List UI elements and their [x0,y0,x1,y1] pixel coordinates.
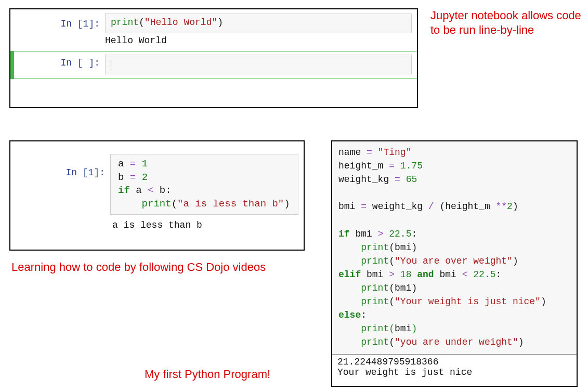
code-token-fn: print [361,242,389,253]
code-input-area[interactable]: print("Hello World") [105,14,412,33]
code-token-string: "a is less than b" [177,198,284,210]
code-token: ) [518,337,524,347]
code-token-fn: print [361,337,389,347]
code-token-string: "you are under weight" [395,337,518,347]
annotation-mid-left: Learning how to code by following CS Doj… [11,260,303,275]
code-token: ( [389,256,395,266]
code-token-string: "Hello World" [145,17,217,28]
code-indent [118,198,142,210]
python-panel-bmi: name = "Ting" height_m = 1.75 weight_kg … [331,140,578,387]
code-token: : [496,269,502,280]
code-indent [338,256,361,266]
code-token-paren: ( [139,17,145,28]
code-token-kw: and [417,269,439,280]
code-token: > [389,269,400,280]
code-token: 1 [142,158,148,170]
annotation-top-right: Jupyter notebook allows code to be run l… [430,8,581,37]
cell-output: Hello World [100,33,412,51]
code-token: a [136,185,148,196]
code-token-string: "Ting" [378,147,412,158]
code-token: : [361,310,367,320]
code-token: 2 [142,172,148,183]
code-token: b [118,172,130,183]
code-token: = [367,147,378,158]
code-token-kw: if [338,229,355,239]
code-token: = [395,174,406,185]
code-input-area[interactable]: a = 1 b = 2 if a < b: print("a is less t… [110,154,298,215]
code-token: < [462,269,474,280]
code-token-fn: print [361,296,389,307]
code-token: bmi [395,323,411,334]
cell-prompt: In [ ]: [16,55,105,68]
code-token: (height_m [439,201,495,212]
code-indent [338,283,361,293]
jupyter-cell-2-selected[interactable]: In [ ]: [10,51,417,79]
code-indent [338,296,361,307]
text-cursor-icon [111,59,111,68]
annotation-bottom-center: My first Python Program! [145,367,270,382]
code-token: ( [172,198,177,210]
cell-prompt: In [1]: [16,154,110,178]
code-token: = [130,158,142,170]
code-token: 1.75 [400,161,423,171]
code-token: weight_kg [372,201,428,212]
code-token: = [361,201,372,212]
code-token: ) [513,201,518,212]
code-block[interactable]: name = "Ting" height_m = 1.75 weight_kg … [332,141,577,355]
code-token: 65 [406,174,417,185]
code-token-fn: print [361,256,389,266]
code-token: ** [496,201,507,212]
code-token: name [338,147,367,158]
code-token: a [118,158,130,170]
code-token-kw: elif [338,269,367,280]
code-token: bmi [395,242,411,253]
code-token: 2 [507,201,513,212]
code-token: ( [389,296,395,307]
code-input-area[interactable] [105,55,412,74]
cell-prompt: In [1]: [16,14,105,29]
jupyter-panel-if-else: In [1]: a = 1 b = 2 if a < b: print("a i… [9,140,305,251]
code-token: ) [541,296,546,307]
code-indent [338,323,361,334]
code-token: ) [513,256,518,266]
code-token: ( [389,242,395,253]
code-token: 22.5 [389,229,411,239]
code-token: = [389,161,400,171]
code-token: bmi [338,201,361,212]
code-token: ) [411,323,417,334]
code-token-fn: print [111,17,139,28]
jupyter-panel-hello: In [1]: print("Hello World") Hello World… [9,8,418,108]
code-token: ) [411,283,417,293]
code-token-fn: print [142,198,172,210]
code-indent [338,337,361,347]
code-token: ) [411,242,417,253]
code-token: < [148,185,160,196]
code-token: > [378,229,389,239]
code-token: bmi [395,283,411,293]
code-token-fn: print [361,283,389,293]
code-token: ( [389,283,395,293]
code-token: weight_kg [338,174,395,185]
code-token: b: [160,185,172,196]
code-token: ( [389,337,395,347]
code-output: 21.224489795918366 Your weight is just n… [332,355,577,383]
code-token: ) [284,198,290,210]
code-token: 22.5 [473,269,495,280]
code-token: bmi [355,229,377,239]
code-token: / [428,201,440,212]
code-token-fn: print [361,323,389,334]
code-token-kw: if [118,185,136,196]
code-indent [338,242,361,253]
code-token-string: "You are over weight" [395,256,513,266]
code-token-kw: else [338,310,361,320]
jupyter-cell: In [1]: a = 1 b = 2 if a < b: print("a i… [10,146,304,230]
code-token: 18 [400,269,417,280]
code-token-string: "Your weight is just nice" [395,296,541,307]
code-token: bmi [367,269,389,280]
jupyter-cell-1: In [1]: print("Hello World") Hello World [10,9,417,51]
code-token: = [130,172,142,183]
code-token: ( [389,323,395,334]
cell-output: a is less than b [105,215,298,230]
code-token: height_m [338,161,389,171]
code-token: bmi [439,269,462,280]
